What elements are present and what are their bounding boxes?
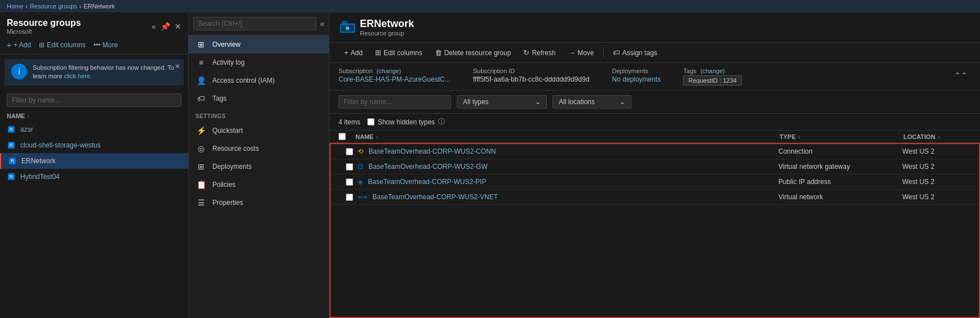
subscription-id-label: Subscription ID xyxy=(473,68,590,74)
delete-button[interactable]: 🗑 Delete resource group xyxy=(429,46,517,59)
subscription-value[interactable]: Core-BASE-HAS-PM-AzureGuestC... xyxy=(338,75,451,83)
deployments-value[interactable]: No deployments xyxy=(612,75,661,83)
resource-location: West US 2 xyxy=(902,178,970,186)
name-sort-icon: ↕ xyxy=(376,134,378,140)
notification-icon: i xyxy=(11,64,27,79)
table-row[interactable]: ⟺ BaseTeamOverhead-CORP-WUS2-VNET Virtua… xyxy=(331,190,979,205)
more-button[interactable]: ••• More xyxy=(93,41,118,49)
notification-close[interactable]: ✕ xyxy=(175,62,180,70)
nav-item-deployments[interactable]: ⊞ Deployments xyxy=(189,158,329,176)
resource-name-link[interactable]: BaseTeamOverhead-CORP-WUS2-VNET xyxy=(372,193,498,201)
vnet-icon: ⟺ xyxy=(358,193,367,201)
page-subtitle: Resource group xyxy=(360,30,971,37)
breadcrumb-resource-groups[interactable]: Resource groups xyxy=(30,3,77,10)
collapse-icon[interactable]: « xyxy=(152,22,156,31)
notification-text: Subscription filtering behavior has now … xyxy=(33,64,177,81)
resource-link[interactable]: azsr xyxy=(20,126,33,133)
resource-name-link[interactable]: BaseTeamOverhead-CORP-WUS2-GW xyxy=(368,163,487,171)
add-resource-button[interactable]: + Add xyxy=(338,46,368,59)
add-button[interactable]: + + Add xyxy=(7,41,31,50)
table-row[interactable]: ◈ BaseTeamOverhead-CORP-WUS2-PIP Public … xyxy=(331,174,979,190)
list-item[interactable]: R HybridTest04 xyxy=(0,169,188,185)
location-header[interactable]: LOCATION xyxy=(903,133,936,140)
nav-item-resource-costs[interactable]: ◎ Resource costs xyxy=(189,140,329,158)
list-item-selected[interactable]: R ERNetwork xyxy=(0,153,188,169)
resource-icon: R xyxy=(8,156,17,165)
breadcrumb: Home › Resource groups › ERNetwork xyxy=(0,0,980,12)
name-header[interactable]: NAME xyxy=(355,133,373,140)
nav-item-tags[interactable]: 🏷 Tags xyxy=(189,89,329,108)
svg-text:R: R xyxy=(10,127,14,132)
toolbar-divider xyxy=(603,47,604,59)
row-checkbox[interactable] xyxy=(341,148,358,155)
properties-icon: ☰ xyxy=(195,198,207,207)
tags-change-link[interactable]: (change) xyxy=(701,68,725,74)
row-checkbox[interactable] xyxy=(341,194,358,201)
location-sort-icon: ↕ xyxy=(938,134,941,140)
close-icon[interactable]: ✕ xyxy=(175,22,181,31)
edit-columns-button[interactable]: ⊞ Edit columns xyxy=(39,41,86,49)
info-icon: ⓘ xyxy=(438,117,445,127)
resource-link[interactable]: cloud-shell-storage-westus xyxy=(20,141,101,149)
move-button[interactable]: → Move xyxy=(562,46,599,59)
edit-columns-button[interactable]: ⊞ Edit columns xyxy=(369,46,428,59)
select-all-checkbox[interactable] xyxy=(338,133,346,140)
hidden-types-checkbox-input[interactable] xyxy=(367,118,375,126)
refresh-button[interactable]: ↻ Refresh xyxy=(518,46,561,59)
activity-log-icon: ≡ xyxy=(195,58,207,67)
collapse-arrows[interactable]: ⌃⌃ xyxy=(951,68,971,83)
items-count: 4 items xyxy=(338,118,360,126)
svg-text:R: R xyxy=(346,26,349,30)
resource-name-link[interactable]: BaseTeamOverhead-CORP-WUS2-PIP xyxy=(368,178,486,186)
table-row[interactable]: ⊡ BaseTeamOverhead-CORP-WUS2-GW Virtual … xyxy=(331,159,979,174)
location-dropdown[interactable]: All locations ⌄ xyxy=(553,95,631,109)
edit-columns-icon: ⊞ xyxy=(375,48,381,57)
nav-item-access-control[interactable]: 👤 Access control (IAM) xyxy=(189,71,329,89)
nav-label: Activity log xyxy=(212,59,244,66)
subscription-change-link[interactable]: (change) xyxy=(377,68,401,74)
breadcrumb-home[interactable]: Home xyxy=(7,3,23,10)
list-item[interactable]: R cloud-shell-storage-westus xyxy=(0,137,188,153)
type-header[interactable]: TYPE xyxy=(779,133,796,140)
resource-group-icon: R xyxy=(338,19,357,37)
table-row[interactable]: ⟲ BaseTeamOverhead-CORP-WUS2-CONN Connec… xyxy=(331,144,979,159)
content-filter-input[interactable] xyxy=(338,95,451,109)
overview-icon: ⊞ xyxy=(195,40,207,49)
resource-link[interactable]: HybridTest04 xyxy=(20,173,60,181)
chevron-down-icon: ⌄ xyxy=(620,98,625,106)
assign-tags-button[interactable]: 🏷 Assign tags xyxy=(607,46,663,59)
name-column-header: NAME xyxy=(7,113,25,119)
nav-collapse-button[interactable]: « xyxy=(320,19,324,28)
notification-link[interactable]: click here. xyxy=(64,73,92,79)
breadcrumb-current: ERNetwork xyxy=(83,3,115,10)
resource-icon: R xyxy=(7,125,16,134)
subscription-label: Subscription (change) xyxy=(338,68,451,74)
type-dropdown[interactable]: All types ⌄ xyxy=(457,95,547,109)
tag-badge: RequestID : 1234 xyxy=(683,75,742,86)
content-panel: R ERNetwork Resource group + Add ⊞ Edit … xyxy=(329,12,980,318)
nav-label: Resource costs xyxy=(212,145,259,153)
nav-item-properties[interactable]: ☰ Properties xyxy=(189,194,329,212)
nav-label: Deployments xyxy=(212,163,252,171)
resource-name-link[interactable]: BaseTeamOverhead-CORP-WUS2-CONN xyxy=(368,147,496,155)
resource-type: Virtual network xyxy=(778,193,902,201)
resource-costs-icon: ◎ xyxy=(195,144,207,153)
chevron-down-icon: ⌄ xyxy=(535,98,541,106)
resource-table: ⟲ BaseTeamOverhead-CORP-WUS2-CONN Connec… xyxy=(329,143,980,318)
tags-label: Tags (change) xyxy=(683,68,742,74)
type-sort-icon: ↕ xyxy=(798,134,801,140)
nav-search-input[interactable] xyxy=(193,17,317,30)
tag-icon: 🏷 xyxy=(613,48,620,57)
nav-item-quickstart[interactable]: ⚡ Quickstart xyxy=(189,122,329,140)
nav-item-overview[interactable]: ⊞ Overview xyxy=(189,35,329,53)
left-filter-input[interactable] xyxy=(7,93,181,107)
row-checkbox[interactable] xyxy=(341,178,358,186)
nav-item-policies[interactable]: 📋 Policies xyxy=(189,176,329,194)
row-checkbox[interactable] xyxy=(341,163,358,171)
nav-label: Policies xyxy=(212,181,235,189)
nav-item-activity-log[interactable]: ≡ Activity log xyxy=(189,53,329,71)
show-hidden-types-checkbox[interactable]: Show hidden types ⓘ xyxy=(367,117,445,127)
left-panel: Resource groups Microsoft « 📌 ✕ + + Add … xyxy=(0,12,189,318)
list-item[interactable]: R azsr xyxy=(0,122,188,137)
pin-icon[interactable]: 📌 xyxy=(161,22,170,31)
